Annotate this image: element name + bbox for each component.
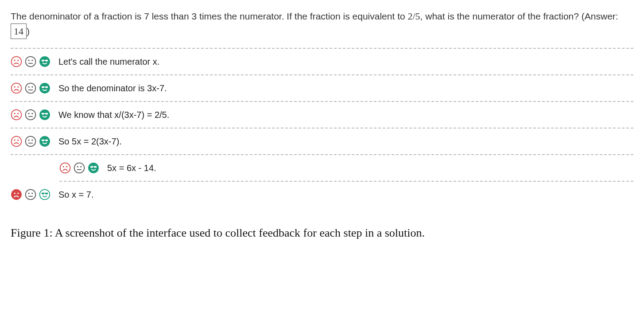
question-fraction: 2/5 <box>407 11 420 22</box>
question-text: The denominator of a fraction is 7 less … <box>11 9 633 39</box>
rating-icons <box>11 56 50 67</box>
answer-box[interactable]: 14 <box>11 23 27 39</box>
sad-icon[interactable] <box>59 162 71 174</box>
step-container: 5x = 6x - 14. <box>11 155 633 182</box>
sad-icon[interactable] <box>11 189 22 200</box>
rating-icons <box>11 109 50 121</box>
question-part-3: ) <box>27 26 30 36</box>
figure-caption: Figure 1: A screenshot of the interface … <box>11 225 633 241</box>
step-row: 5x = 6x - 14. <box>59 155 633 182</box>
step-container: So 5x = 2(3x-7). <box>11 129 633 155</box>
rating-icons <box>11 82 50 94</box>
rating-icons <box>11 189 50 200</box>
neutral-icon[interactable] <box>25 82 36 94</box>
neutral-icon[interactable] <box>25 109 36 121</box>
cool-icon[interactable] <box>39 189 50 200</box>
step-text: Let's call the numerator x. <box>58 55 159 68</box>
step-row: We know that x/(3x-7) = 2/5. <box>11 102 633 129</box>
cool-icon[interactable] <box>39 56 50 67</box>
sad-icon[interactable] <box>11 109 22 121</box>
question-part-1: The denominator of a fraction is 7 less … <box>11 11 407 21</box>
step-row: So 5x = 2(3x-7). <box>11 129 633 155</box>
step-row: Let's call the numerator x. <box>11 49 633 75</box>
neutral-icon[interactable] <box>25 189 36 200</box>
step-text: We know that x/(3x-7) = 2/5. <box>58 108 169 121</box>
sad-icon[interactable] <box>11 56 22 67</box>
step-text: 5x = 6x - 14. <box>107 161 156 175</box>
step-text: So the denominator is 3x-7. <box>58 82 167 95</box>
cool-icon[interactable] <box>39 82 50 94</box>
step-container: Let's call the numerator x. <box>11 49 633 75</box>
sad-icon[interactable] <box>11 82 22 94</box>
step-container: We know that x/(3x-7) = 2/5. <box>11 102 633 129</box>
step-container: So the denominator is 3x-7. <box>11 75 633 102</box>
neutral-icon[interactable] <box>25 56 36 67</box>
neutral-icon[interactable] <box>25 136 36 147</box>
cool-icon[interactable] <box>39 136 50 147</box>
neutral-icon[interactable] <box>74 162 85 174</box>
steps-list: Let's call the numerator x.So the denomi… <box>11 49 633 207</box>
step-text: So 5x = 2(3x-7). <box>58 135 122 148</box>
step-row: So x = 7. <box>11 182 633 207</box>
cool-icon[interactable] <box>39 109 50 121</box>
rating-icons <box>59 162 99 174</box>
question-part-2: , what is the numerator of the fraction?… <box>420 11 618 21</box>
step-text: So x = 7. <box>58 188 94 201</box>
cool-icon[interactable] <box>88 162 99 174</box>
rating-icons <box>11 136 50 147</box>
step-container: So x = 7. <box>11 182 633 207</box>
step-row: So the denominator is 3x-7. <box>11 75 633 102</box>
sad-icon[interactable] <box>11 136 22 147</box>
